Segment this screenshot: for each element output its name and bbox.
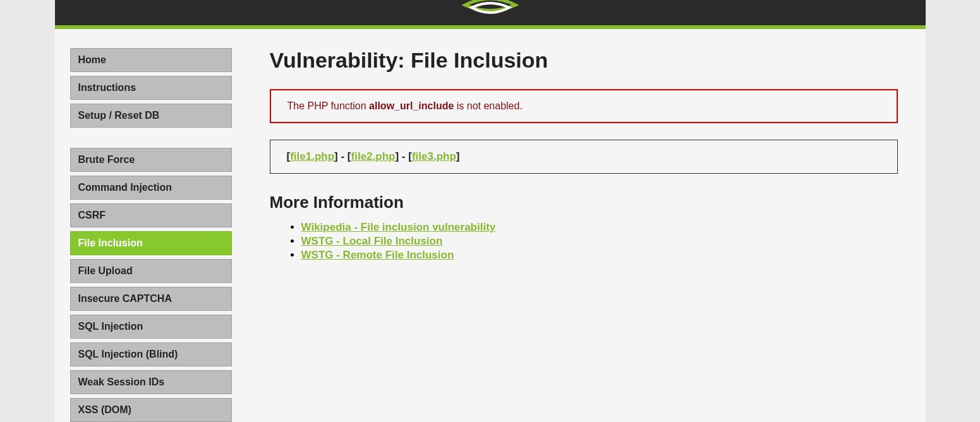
nav-file-inclusion[interactable]: File Inclusion [70, 231, 232, 255]
header-bar [55, 0, 926, 25]
nav-group-2: Brute ForceCommand InjectionCSRFFile Inc… [70, 148, 232, 422]
nav-brute-force[interactable]: Brute Force [70, 148, 232, 172]
page-container: HomeInstructionsSetup / Reset DB Brute F… [55, 0, 926, 422]
nav-insecure-captcha[interactable]: Insecure CAPTCHA [70, 287, 232, 311]
sidebar: HomeInstructionsSetup / Reset DB Brute F… [70, 48, 232, 422]
nav-weak-session-ids[interactable]: Weak Session IDs [70, 370, 232, 394]
nav-setup-reset-db[interactable]: Setup / Reset DB [70, 104, 232, 128]
nav-sql-injection-blind[interactable]: SQL Injection (Blind) [70, 342, 232, 366]
file-link-3[interactable]: file3.php [412, 150, 456, 162]
info-list-item: WSTG - Local File Inclusion [301, 235, 898, 248]
nav-csrf[interactable]: CSRF [70, 203, 232, 227]
nav-group-1: HomeInstructionsSetup / Reset DB [70, 48, 232, 128]
warning-bold: allow_url_include [369, 100, 454, 111]
content-wrapper: HomeInstructionsSetup / Reset DB Brute F… [55, 29, 926, 422]
warning-suffix: is not enabled. [454, 100, 523, 111]
info-link-2[interactable]: WSTG - Local File Inclusion [301, 235, 443, 247]
page-title: Vulnerability: File Inclusion [270, 48, 898, 73]
nav-file-upload[interactable]: File Upload [70, 259, 232, 283]
nav-command-injection[interactable]: Command Injection [70, 176, 232, 200]
warning-prefix: The PHP function [287, 100, 370, 111]
nav-xss-dom[interactable]: XSS (DOM) [70, 398, 232, 422]
warning-box: The PHP function allow_url_include is no… [270, 89, 898, 123]
logo-swoosh-icon [462, 0, 519, 22]
logo [462, 0, 519, 22]
file-link-2[interactable]: file2.php [351, 150, 396, 162]
file-link-1[interactable]: file1.php [290, 150, 334, 162]
nav-home[interactable]: Home [70, 48, 232, 72]
info-link-3[interactable]: WSTG - Remote File Inclusion [301, 249, 454, 261]
info-links-list: Wikipedia - File inclusion vulnerability… [270, 221, 898, 262]
main-content: Vulnerability: File Inclusion The PHP fu… [232, 48, 910, 422]
nav-sql-injection[interactable]: SQL Injection [70, 315, 232, 339]
info-list-item: WSTG - Remote File Inclusion [301, 249, 898, 262]
more-information-heading: More Information [270, 193, 898, 212]
info-link-1[interactable]: Wikipedia - File inclusion vulnerability [301, 221, 496, 233]
file-links-box: [file1.php] - [file2.php] - [file3.php] [270, 140, 898, 174]
nav-instructions[interactable]: Instructions [70, 76, 232, 100]
info-list-item: Wikipedia - File inclusion vulnerability [301, 221, 898, 234]
